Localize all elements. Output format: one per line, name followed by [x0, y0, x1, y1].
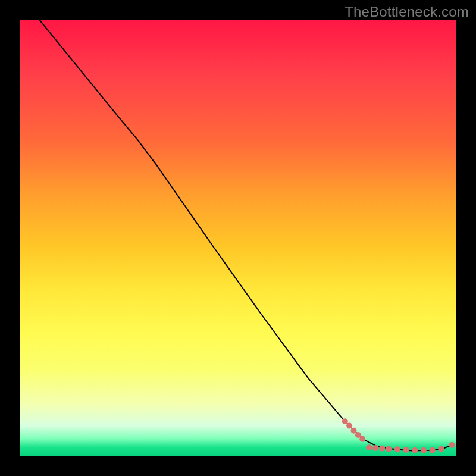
marker-point	[386, 446, 392, 452]
chart-canvas: TheBottleneck.com	[0, 0, 476, 476]
marker-point	[394, 446, 400, 452]
marker-point	[359, 436, 365, 442]
marker-point	[342, 418, 348, 424]
marker-point	[379, 446, 385, 452]
chart-overlay	[20, 20, 456, 456]
marker-point	[372, 445, 378, 451]
marker-point	[351, 428, 357, 434]
marker-point	[346, 423, 352, 429]
marker-point	[403, 447, 409, 453]
marker-point	[421, 447, 427, 453]
plot-area	[20, 20, 456, 456]
marker-point	[366, 444, 372, 450]
series-curve	[39, 20, 452, 450]
watermark-text: TheBottleneck.com	[345, 4, 469, 20]
marker-point	[412, 447, 418, 453]
marker-point	[449, 442, 455, 448]
marker-point	[438, 446, 444, 452]
marker-point	[430, 447, 436, 453]
